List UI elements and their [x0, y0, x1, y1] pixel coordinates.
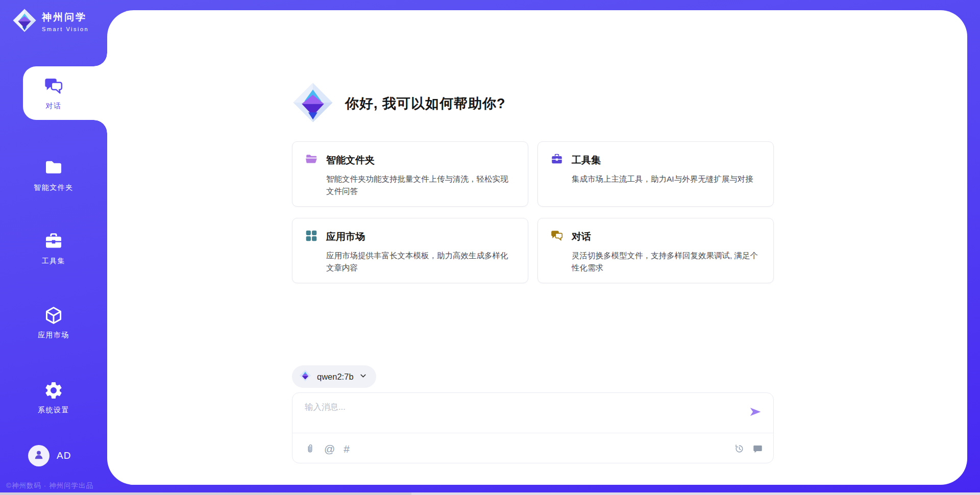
card-title: 智能文件夹	[326, 154, 375, 167]
card-description: 智能文件夹功能支持批量文件上传与清洗，轻松实现文件问答	[326, 173, 516, 197]
sidebar: 神州问学 Smart Vision 对话 智能文件夹	[0, 0, 107, 495]
model-logo-icon	[299, 369, 311, 384]
folder-icon	[43, 157, 64, 179]
card-chat[interactable]: 对话 灵活切换多模型文件，支持多样回复效果调试, 满足个性化需求	[537, 218, 774, 283]
chat-bubbles-icon	[43, 76, 64, 97]
message-composer: @ #	[292, 392, 774, 463]
chevron-down-icon	[359, 372, 367, 382]
user-row[interactable]: AD	[28, 445, 71, 466]
sidebar-item-label: 系统设置	[38, 406, 69, 415]
sidebar-item-toolset[interactable]: 工具集	[0, 225, 107, 271]
avatar[interactable]	[28, 445, 50, 466]
card-title: 应用市场	[326, 230, 365, 243]
sidebar-item-settings[interactable]: 系统设置	[0, 374, 107, 420]
app-grid-icon	[305, 229, 318, 244]
window-bottom-edge	[0, 492, 980, 495]
sidebar-item-label: 智能文件夹	[34, 183, 74, 192]
hash-icon[interactable]: #	[344, 443, 350, 454]
card-app-market[interactable]: 应用市场 应用市场提供丰富长文本模板，助力高效生成多样化文章内容	[292, 218, 528, 283]
card-description: 灵活切换多模型文件，支持多样回复效果调试, 满足个性化需求	[572, 250, 761, 274]
main-panel: 你好, 我可以如何帮助你? 智能文件夹 智能文件夹功能支持批量文件上传与清洗，轻…	[107, 10, 967, 485]
composer-actions	[734, 439, 763, 458]
model-name: qwen2:7b	[317, 372, 354, 382]
cube-icon	[43, 305, 64, 326]
model-selector[interactable]: qwen2:7b	[292, 365, 376, 388]
paperclip-icon[interactable]	[305, 443, 315, 454]
composer-tools: @ #	[305, 439, 350, 458]
card-toolset[interactable]: 工具集 集成市场上主流工具，助力AI与外界无缝扩展与对接	[537, 141, 774, 207]
open-folder-icon	[305, 153, 318, 168]
feature-cards: 智能文件夹 智能文件夹功能支持批量文件上传与清洗，轻松实现文件问答 工具集 集	[292, 141, 774, 283]
toolbox-icon	[550, 153, 564, 168]
message-input[interactable]	[305, 402, 733, 430]
card-title: 工具集	[572, 154, 601, 167]
main-content: 你好, 我可以如何帮助你? 智能文件夹 智能文件夹功能支持批量文件上传与清洗，轻…	[292, 10, 774, 485]
person-icon	[32, 448, 45, 463]
chat-bubbles-icon	[550, 229, 564, 244]
composer-divider	[292, 433, 773, 433]
chat-bubble-icon[interactable]	[752, 443, 763, 454]
send-icon	[749, 405, 762, 420]
brand-logo-icon	[12, 8, 37, 35]
active-tab-bubble	[23, 66, 107, 120]
sidebar-item-label: 工具集	[42, 257, 66, 266]
brand-name: 神州问学	[42, 11, 89, 24]
card-smart-folder[interactable]: 智能文件夹 智能文件夹功能支持批量文件上传与清洗，轻松实现文件问答	[292, 141, 528, 207]
brand: 神州问学 Smart Vision	[12, 8, 89, 35]
sidebar-footer: ©神州数码 · 神州问学出品	[6, 481, 93, 490]
greeting-text: 你好, 我可以如何帮助你?	[345, 94, 506, 113]
card-description: 应用市场提供丰富长文本模板，助力高效生成多样化文章内容	[326, 250, 516, 274]
greeting: 你好, 我可以如何帮助你?	[292, 82, 506, 126]
at-icon[interactable]: @	[324, 443, 335, 454]
history-icon[interactable]	[734, 443, 745, 454]
user-name: AD	[57, 450, 71, 461]
sidebar-item-smart-folder[interactable]: 智能文件夹	[0, 152, 107, 197]
sidebar-item-app-market[interactable]: 应用市场	[0, 299, 107, 345]
sidebar-item-chat[interactable]: 对话	[0, 66, 107, 120]
brand-subtitle: Smart Vision	[42, 26, 89, 32]
app-logo-icon	[292, 82, 334, 126]
card-title: 对话	[572, 230, 591, 243]
sidebar-item-label: 应用市场	[38, 331, 69, 340]
toolbox-icon	[43, 231, 64, 252]
card-description: 集成市场上主流工具，助力AI与外界无缝扩展与对接	[572, 173, 761, 185]
send-button[interactable]	[748, 405, 763, 420]
gear-icon	[43, 380, 64, 401]
sidebar-item-label: 对话	[46, 102, 62, 111]
